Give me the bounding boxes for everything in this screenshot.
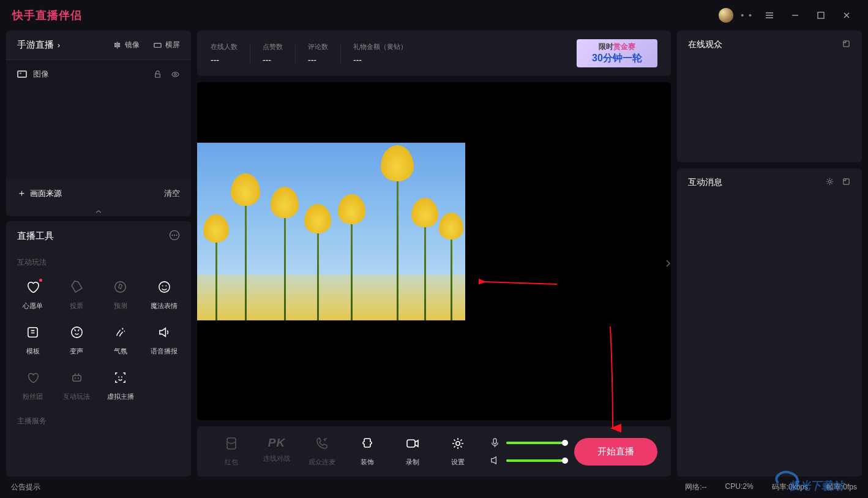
- robot-icon: [70, 371, 84, 387]
- tag-icon: [70, 280, 84, 296]
- tool-face-scan[interactable]: 虚拟主播: [100, 367, 141, 405]
- promo-prefix: 限时: [599, 42, 613, 51]
- stat-item: 点赞数---: [263, 42, 283, 65]
- tool-sparkle[interactable]: 气氛: [100, 322, 141, 360]
- svg-line-20: [484, 282, 557, 284]
- tool-robot[interactable]: 互动玩法: [56, 367, 98, 405]
- svg-point-9: [162, 285, 163, 287]
- svg-point-2: [174, 73, 176, 75]
- bottom-tool-puzzle[interactable]: 装饰: [346, 436, 388, 467]
- bottom-tool-record[interactable]: 录制: [392, 436, 433, 467]
- smile-icon: [157, 280, 171, 296]
- tool-voice-change[interactable]: 变声: [56, 322, 98, 360]
- lock-icon[interactable]: [153, 70, 162, 79]
- tool-heart[interactable]: 心愿单: [12, 276, 54, 314]
- annotation-arrow-1: [479, 278, 558, 288]
- section-host: 主播服务: [6, 410, 191, 430]
- tool-speaker[interactable]: 语音播报: [144, 322, 185, 360]
- orientation-toggle[interactable]: 横屏: [153, 40, 180, 50]
- mirror-toggle[interactable]: 镜像: [113, 40, 140, 50]
- eye-icon[interactable]: [171, 70, 180, 79]
- fans-heart-icon: [26, 371, 40, 387]
- more-icon[interactable]: [169, 230, 180, 243]
- tool-label: 模板: [26, 347, 40, 356]
- tool-smile[interactable]: 魔法表情: [144, 276, 185, 314]
- promo-highlight: 赏金赛: [613, 42, 635, 51]
- messages-panel: 互动消息: [677, 168, 862, 477]
- settings-icon[interactable]: [825, 177, 834, 188]
- popout-icon-2[interactable]: [842, 177, 851, 188]
- svg-rect-0: [818, 12, 824, 18]
- account-menu[interactable]: • •: [741, 10, 753, 20]
- stat-label: 在线人数: [211, 42, 238, 51]
- svg-rect-1: [154, 43, 161, 48]
- heart-icon: [26, 280, 40, 296]
- svg-rect-24: [493, 439, 496, 444]
- tool-label: 粉丝团: [23, 392, 43, 401]
- speaker-volume-slider[interactable]: [506, 459, 566, 462]
- stat-value: ---: [308, 55, 328, 65]
- stat-value: ---: [263, 55, 283, 65]
- tool-fans-heart[interactable]: 粉丝团: [12, 367, 54, 405]
- bottom-toolbar: 红包PK连线对战观众连麦装饰录制设置 开始直播: [197, 426, 671, 477]
- bottom-tool-call[interactable]: 观众连麦: [301, 436, 343, 467]
- minimize-button[interactable]: [786, 6, 804, 25]
- status-bar: 公告提示 网络:-- CPU:2% 码率:0kbps 帧率:0fps: [0, 477, 868, 498]
- avatar[interactable]: [719, 8, 733, 23]
- bottom-tool-red-packet[interactable]: 红包: [211, 436, 252, 467]
- scene-layer-image[interactable]: 图像: [17, 66, 180, 82]
- clear-button[interactable]: 清空: [164, 188, 180, 199]
- tool-template[interactable]: 模板: [12, 322, 54, 360]
- svg-point-8: [159, 282, 170, 292]
- maximize-button[interactable]: [812, 6, 830, 25]
- bottom-tool-gear[interactable]: 设置: [437, 436, 479, 467]
- tool-label: 互动玩法: [63, 392, 90, 401]
- popout-icon[interactable]: [842, 39, 851, 50]
- orientation-label: 横屏: [165, 40, 180, 50]
- next-scene-button[interactable]: [662, 251, 673, 276]
- tool-tag[interactable]: 投票: [56, 276, 98, 314]
- template-icon: [26, 325, 40, 342]
- speaker-icon: [157, 325, 171, 342]
- announcement-label: 公告提示: [11, 482, 40, 492]
- svg-point-6: [176, 235, 178, 236]
- promo-banner[interactable]: 限时赏金赛 30分钟一轮: [577, 39, 657, 67]
- svg-point-14: [124, 331, 125, 332]
- preview-canvas[interactable]: [197, 82, 671, 420]
- tool-label: 预测: [114, 301, 127, 311]
- menu-icon[interactable]: [760, 6, 779, 25]
- tools-title: 直播工具: [17, 230, 54, 242]
- svg-point-23: [456, 442, 460, 445]
- red-packet-icon: [224, 436, 239, 453]
- stat-item: 在线人数---: [211, 42, 238, 65]
- bottom-tool-pk[interactable]: PK连线对战: [256, 436, 297, 467]
- image-icon: [17, 70, 27, 78]
- svg-rect-27: [844, 179, 849, 184]
- mic-icon[interactable]: [490, 437, 500, 448]
- chevron-right-icon: ›: [58, 41, 60, 50]
- close-button[interactable]: [837, 6, 856, 25]
- start-stream-button[interactable]: 开始直播: [574, 438, 657, 466]
- svg-point-18: [118, 377, 119, 378]
- tool-label: 气氛: [114, 347, 127, 356]
- svg-point-10: [165, 285, 166, 287]
- record-icon: [405, 436, 420, 453]
- face-scan-icon: [113, 371, 127, 387]
- scene-category-label: 手游直播: [17, 39, 54, 51]
- promo-line2: 30分钟一轮: [592, 52, 642, 65]
- online-audience-panel: 在线观众: [677, 31, 862, 162]
- scene-category[interactable]: 手游直播 ›: [17, 39, 60, 51]
- scene-panel: 手游直播 › 镜像 横屏 图像: [6, 31, 191, 216]
- mic-volume-slider[interactable]: [506, 442, 566, 444]
- tool-compass[interactable]: 预测: [100, 276, 141, 314]
- tool-label: 魔法表情: [151, 301, 178, 311]
- svg-point-5: [174, 235, 175, 236]
- stat-label: 礼物金额（黄钻）: [353, 42, 407, 51]
- mirror-icon: [113, 40, 122, 50]
- collapse-toggle[interactable]: [6, 208, 191, 216]
- status-framerate: 帧率:0fps: [826, 482, 857, 492]
- tool-label: 语音播报: [151, 347, 178, 356]
- add-source-button[interactable]: ＋ 画面来源: [17, 187, 62, 199]
- speaker-out-icon[interactable]: [490, 455, 500, 466]
- bottom-tool-label: 装饰: [361, 458, 374, 467]
